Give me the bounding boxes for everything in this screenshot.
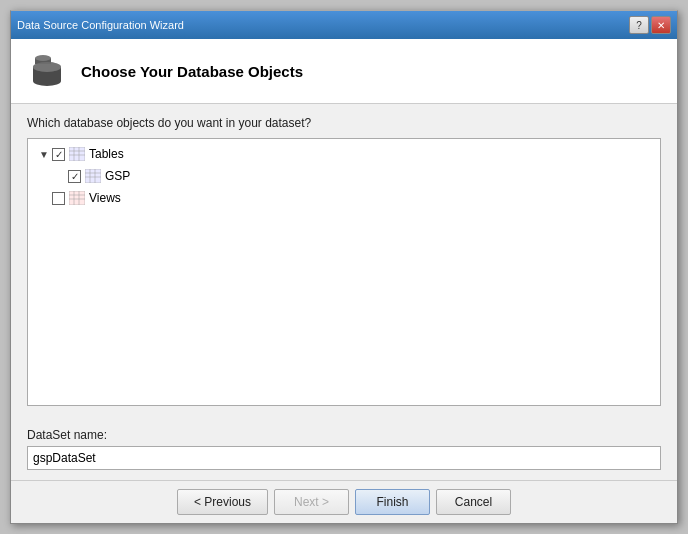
expand-arrow-tables[interactable]: ▼ xyxy=(36,146,52,162)
database-icon xyxy=(27,51,67,91)
dataset-section: DataSet name: xyxy=(11,418,677,480)
title-bar-controls: ? ✕ xyxy=(629,16,671,34)
dataset-name-input[interactable] xyxy=(27,446,661,470)
tree-node-gsp[interactable]: ► GSP xyxy=(52,165,656,187)
title-bar-left: Data Source Configuration Wizard xyxy=(17,19,184,31)
footer-section: < Previous Next > Finish Cancel xyxy=(11,480,677,523)
svg-point-6 xyxy=(33,62,61,72)
title-bar-title: Data Source Configuration Wizard xyxy=(17,19,184,31)
previous-button[interactable]: < Previous xyxy=(177,489,268,515)
views-label: Views xyxy=(89,191,121,205)
checkbox-views[interactable] xyxy=(52,192,65,205)
tables-icon xyxy=(68,146,86,162)
gsp-label: GSP xyxy=(105,169,130,183)
checkbox-tables[interactable] xyxy=(52,148,65,161)
wizard-window: Data Source Configuration Wizard ? ✕ Cho… xyxy=(10,10,678,524)
next-button[interactable]: Next > xyxy=(274,489,349,515)
svg-rect-7 xyxy=(69,147,85,161)
main-section: Which database objects do you want in yo… xyxy=(11,104,677,418)
page-title: Choose Your Database Objects xyxy=(81,63,303,80)
question-label: Which database objects do you want in yo… xyxy=(27,116,661,130)
tables-label: Tables xyxy=(89,147,124,161)
title-bar: Data Source Configuration Wizard ? ✕ xyxy=(11,11,677,39)
tree-node-tables[interactable]: ▼ Tables xyxy=(36,143,656,165)
svg-point-5 xyxy=(35,55,51,61)
svg-rect-12 xyxy=(85,169,101,183)
close-button[interactable]: ✕ xyxy=(651,16,671,34)
finish-button[interactable]: Finish xyxy=(355,489,430,515)
checkbox-gsp[interactable] xyxy=(68,170,81,183)
gsp-icon xyxy=(84,168,102,184)
views-icon xyxy=(68,190,86,206)
dataset-label: DataSet name: xyxy=(27,428,661,442)
help-button[interactable]: ? xyxy=(629,16,649,34)
cancel-button[interactable]: Cancel xyxy=(436,489,511,515)
svg-rect-17 xyxy=(69,191,85,205)
tree-node-views[interactable]: ► Views xyxy=(36,187,656,209)
header-section: Choose Your Database Objects xyxy=(11,39,677,104)
tree-container[interactable]: ▼ Tables ► xyxy=(27,138,661,406)
